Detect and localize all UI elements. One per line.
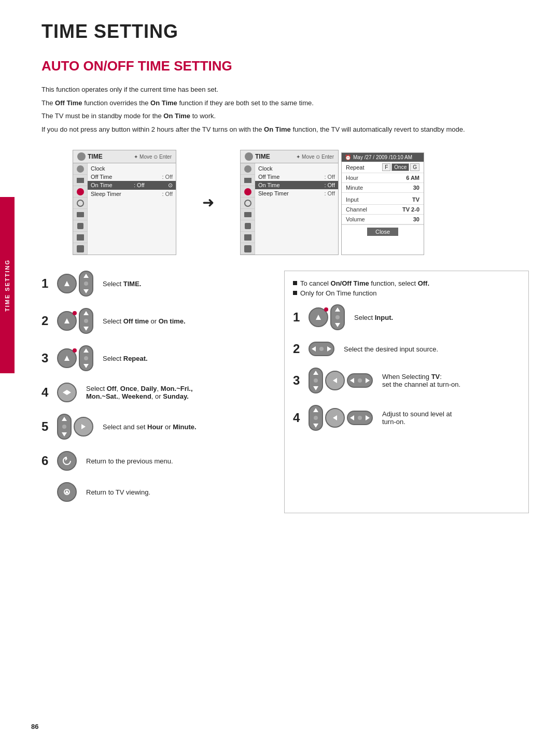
step3-btn-select[interactable] [57,348,77,368]
step-3: 3 Select Repeat. [41,345,269,371]
sidebar-label: TIME SETTING [0,197,15,373]
page-title: TIME SETTING [41,21,529,43]
intro-line4: If you do not press any button within 2 … [41,124,529,135]
svg-marker-1 [64,318,69,323]
main-content: 1 Select TIME. 2 [41,271,529,513]
step6b-btn[interactable] [57,482,77,502]
left-menu-box: TIME ✦ Move ⊙ Enter Clock Off Time: [73,150,176,255]
step-2: 2 Select Off time or On time. [41,308,269,334]
step5-icons [57,414,93,440]
right-step1-icons [309,304,345,330]
diagrams-row: TIME ✦ Move ⊙ Enter Clock Off Time: [73,150,529,255]
step2-btn-select[interactable] [57,311,77,331]
right-step4-icons [309,405,373,431]
step-6b: Return to TV viewing. [57,482,269,502]
right-step1-btn-select[interactable] [309,307,328,327]
svg-marker-2 [64,356,69,361]
intro-line2: The Off Time function overrides the On T… [41,98,529,108]
step5-btn-circle[interactable] [74,417,93,437]
step3-btn-nav[interactable] [79,345,93,371]
intro-line1: This function operates only if the curre… [41,85,529,95]
side-panel: ⏰ May /27 / 2009 /10:10 AM Repeat F Once… [341,152,424,255]
right-step3-btn-v[interactable] [309,368,323,393]
right-menu-area: TIME ✦ Move ⊙ Enter Clock Off Tim [240,150,424,255]
right-step-1: 1 Select Input. [293,304,520,330]
right-step4-btn-circle[interactable] [325,408,345,428]
right-panel: To cancel On/Off Time function, select O… [284,271,529,513]
step4-icons [57,383,77,402]
step4-btn-circle[interactable] [57,383,77,402]
right-step3-icons [309,368,373,393]
step6b-icons [57,482,77,502]
step1-icons [57,271,93,297]
right-info: To cancel On/Off Time function, select O… [293,279,520,297]
menu-item-sleeptimer: Sleep Timer: Off [88,190,176,198]
right-step-4: 4 Adjust to sound [293,405,520,431]
left-steps: 1 Select TIME. 2 [41,271,269,513]
step3-icons [57,345,93,371]
right-step1-btn-nav[interactable] [330,304,345,330]
intro-line3: The TV must be in standby mode for the O… [41,111,529,121]
step6-btn-back[interactable] [57,451,77,471]
right-step4-btn-v[interactable] [309,405,323,431]
step1-btn-circle[interactable] [57,274,77,293]
step-5: 5 Select and set Hour or Minute. [41,414,269,440]
menu-item-clock: Clock [88,164,176,173]
right-menu-box: TIME ✦ Move ⊙ Enter Clock Off Tim [240,150,339,255]
step6-icons [57,451,77,471]
right-step-2: 2 Select the desired input source. [293,342,520,356]
right-step4-btn-h[interactable] [347,411,373,425]
bullet-2: Only for On Time function [293,289,520,297]
svg-marker-6 [316,315,321,320]
menu-item-offtime: Off Time: Off [88,173,176,181]
right-step3-btn-circle[interactable] [325,371,345,390]
arrow-icon: ➜ [202,194,214,211]
step5-btn-nav1[interactable] [57,414,72,440]
step1-btn-nav[interactable] [79,271,93,297]
step-6: 6 Return to the previous menu. [41,451,269,471]
section-title: AUTO ON/OFF TIME SETTING [41,58,529,74]
right-step-3: 3 When Selecting [293,368,520,393]
step-1: 1 Select TIME. [41,271,269,297]
page-number: 86 [31,723,38,730]
step2-icons [57,308,93,334]
right-inner-steps: 1 Select Input. [293,304,520,431]
right-step3-btn-h[interactable] [347,373,373,388]
bullet-1: To cancel On/Off Time function, select O… [293,279,520,287]
step-4: 4 Select Off, Once, Daily, Mon.~Fri.,Mon… [41,383,269,402]
right-step2-btn-nav[interactable] [309,342,334,356]
menu-item-ontime: On Time: Off ⊙ [88,181,176,190]
right-step2-icons [309,342,334,356]
svg-marker-0 [64,281,69,286]
step2-btn-nav[interactable] [79,308,93,334]
